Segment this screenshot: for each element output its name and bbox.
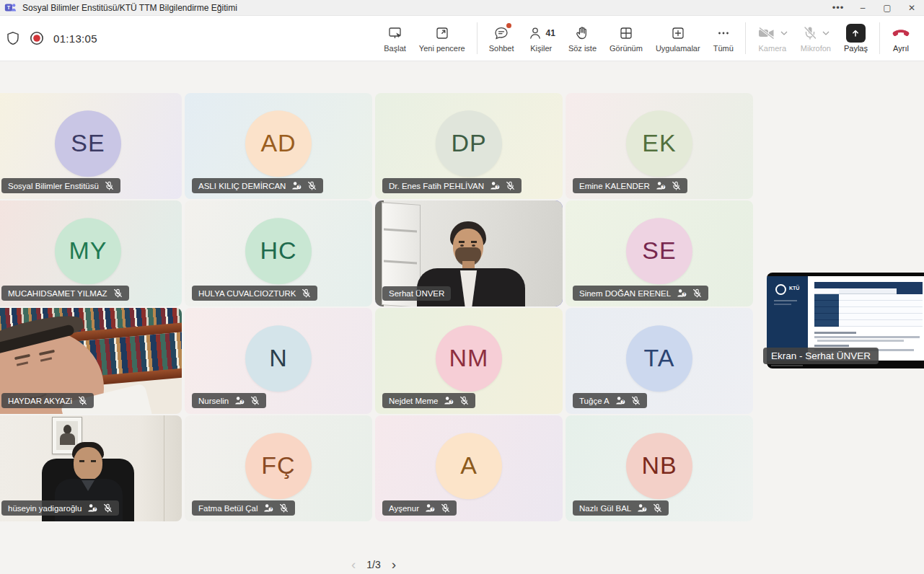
participant-nametag: HAYDAR AKYAZi [1, 393, 94, 408]
meeting-title: Sosyal Bilimler Enstitüsü/KTÜ TTM Bilgil… [22, 3, 237, 13]
share-arrow-icon [846, 24, 866, 43]
avatar: TA [626, 325, 692, 392]
start-button[interactable]: Başlat [377, 22, 413, 56]
participant-nametag: MUCAHIDSAMET YILMAZ [1, 286, 129, 301]
svg-text:?: ? [683, 292, 685, 296]
participant-tile[interactable]: NM Nejdet Meme ? [375, 308, 563, 414]
mic-off-icon [653, 503, 662, 513]
avatar-initials: MY [69, 237, 107, 265]
guest-icon: ? [490, 181, 500, 190]
new-window-button[interactable]: Yeni pencere [413, 22, 472, 56]
svg-text:?: ? [94, 507, 96, 511]
avatar-initials: NB [641, 451, 677, 480]
participant-tile[interactable]: Serhat ÜNVER [375, 200, 563, 306]
participant-nametag: Nejdet Meme ? [382, 393, 475, 408]
participant-name: Ayşenur [389, 504, 419, 513]
mic-off-icon [631, 396, 641, 405]
avatar-initials: FÇ [261, 451, 295, 480]
participant-nametag: ASLI KILIÇ DEMİRCAN ? [192, 178, 323, 193]
participant-nametag: Tuğçe A ? [573, 393, 647, 408]
share-button[interactable]: Paylaş [837, 22, 874, 56]
participant-name: ASLI KILIÇ DEMİRCAN [198, 182, 286, 190]
svg-text:?: ? [496, 185, 498, 189]
guest-icon: ? [87, 503, 97, 513]
mic-off-icon [113, 288, 123, 298]
screen-share-tile[interactable]: KTÜ [767, 273, 924, 368]
avatar: N [245, 325, 312, 392]
participant-tile[interactable]: HC HULYA CUVALCIOZTURK [185, 200, 372, 306]
avatar-initials: EK [642, 129, 676, 157]
guest-icon: ? [656, 181, 666, 190]
participant-name: MUCAHIDSAMET YILMAZ [8, 289, 107, 298]
participant-nametag: hüseyin yadigaroğlu ? [1, 500, 119, 516]
participant-nametag: Sosyal Bilimler Enstitüsü [1, 178, 120, 193]
raise-hand-button[interactable]: Söz iste [562, 22, 603, 56]
participant-tile[interactable]: TA Tuğçe A ? [566, 308, 753, 414]
participant-name: Tuğçe A [579, 397, 610, 405]
avatar-initials: HC [260, 237, 296, 265]
chat-notification-dot [506, 23, 511, 28]
guest-icon: ? [444, 396, 454, 405]
mic-off-icon [506, 181, 515, 190]
camera-button[interactable]: Kamera [751, 22, 794, 56]
avatar: SE [626, 218, 692, 284]
window-minimize-button[interactable]: – [850, 0, 875, 15]
camera-chevron-icon[interactable] [780, 31, 788, 35]
leave-button[interactable]: Ayrıl [885, 22, 917, 56]
participant-tile[interactable]: EK Emine KALENDER ? [566, 93, 753, 199]
participant-tile[interactable]: SE Sosyal Bilimler Enstitüsü [0, 93, 182, 199]
avatar: A [436, 433, 502, 499]
more-ellipsis-icon [716, 25, 731, 42]
window-close-button[interactable]: ✕ [899, 0, 924, 15]
view-grid-icon [618, 25, 634, 42]
participant-nametag: Fatma Betül Çal ? [192, 500, 295, 516]
next-page-button[interactable]: › [392, 557, 396, 571]
camera-off-icon [757, 25, 776, 41]
participant-name: Sinem DOĞAN ERENEL [579, 289, 671, 298]
more-actions-button[interactable]: Tümü [707, 22, 740, 56]
mic-off-icon [459, 396, 469, 405]
microphone-button[interactable]: Mikrofon [794, 22, 837, 56]
apps-button[interactable]: Uygulamalar [649, 22, 707, 56]
participant-tile[interactable]: AD ASLI KILIÇ DEMİRCAN ? [185, 93, 372, 199]
participant-tile[interactable]: MY MUCAHIDSAMET YILMAZ [0, 200, 182, 306]
avatar-initials: AD [260, 129, 296, 157]
avatar-initials: SE [71, 129, 105, 157]
people-button[interactable]: 41 Kişiler [521, 22, 562, 56]
svg-text:?: ? [431, 507, 434, 511]
participant-tile[interactable]: hüseyin yadigaroğlu ? [0, 415, 182, 521]
window-maximize-button[interactable]: ▢ [875, 0, 899, 15]
participant-name: HULYA CUVALCIOZTURK [198, 289, 296, 298]
participant-tile[interactable]: DP Dr. Enes Fatih PEHLİVAN ? [375, 93, 563, 199]
participant-name: Serhat ÜNVER [389, 289, 444, 298]
start-screen-icon [387, 25, 403, 42]
microphone-chevron-icon[interactable] [822, 31, 830, 35]
participant-name: Sosyal Bilimler Enstitüsü [8, 182, 99, 190]
chat-icon [493, 25, 509, 42]
participant-tile[interactable]: HAYDAR AKYAZi [0, 308, 182, 414]
mic-off-icon [302, 288, 311, 298]
participant-nametag: Emine KALENDER ? [573, 178, 687, 193]
avatar-initials: TA [644, 344, 675, 372]
participant-tile[interactable]: N Nurselin ? [185, 308, 372, 414]
previous-page-button[interactable]: ‹ [351, 557, 356, 571]
participant-nametag: HULYA CUVALCIOZTURK [192, 286, 317, 301]
hang-up-icon [892, 25, 910, 42]
participant-tile[interactable]: SE Sinem DOĞAN ERENEL ? [566, 200, 753, 306]
participant-tile[interactable]: FÇ Fatma Betül Çal ? [185, 415, 372, 521]
chat-button[interactable]: Sohbet [483, 22, 521, 56]
mic-off-icon [441, 503, 450, 513]
view-button[interactable]: Görünüm [603, 22, 649, 56]
security-shield-icon[interactable] [6, 31, 20, 45]
mic-off-icon [307, 181, 317, 190]
avatar: NM [436, 325, 502, 392]
participant-tile[interactable]: NB Nazlı Gül BAL ? [566, 415, 753, 521]
new-window-icon [434, 25, 450, 42]
participant-tile[interactable]: A Ayşenur ? [375, 415, 563, 521]
titlebar-more-button[interactable]: ••• [826, 0, 850, 15]
apps-plus-icon [670, 25, 686, 42]
toolbar-separator [745, 22, 746, 54]
guest-icon: ? [263, 503, 273, 513]
mic-off-icon [78, 396, 87, 405]
avatar: HC [245, 218, 312, 284]
